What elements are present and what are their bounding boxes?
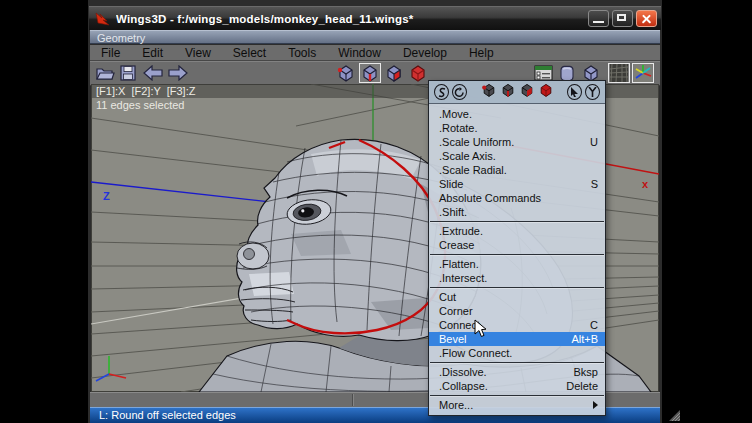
menu-separator (430, 395, 604, 396)
tweak-tool-icon[interactable] (585, 84, 600, 100)
status-bar-divider (352, 394, 353, 406)
x-axis-label: x (642, 178, 649, 190)
menu-view[interactable]: View (174, 46, 222, 60)
face-mode-icon[interactable] (519, 82, 535, 102)
z-axis-label: Z (103, 190, 110, 202)
menu-item-flow-connect[interactable]: .Flow Connect. (429, 346, 605, 360)
body-mode-icon[interactable] (538, 82, 554, 102)
menu-item-crease[interactable]: Crease (429, 238, 605, 252)
resize-grip[interactable] (645, 395, 657, 406)
info-bar-text: L: Round off selected edges (99, 409, 236, 421)
repeat-args-icon[interactable] (452, 84, 467, 100)
face-mode-icon[interactable] (383, 63, 405, 83)
menu-item-corner[interactable]: Corner (429, 304, 605, 318)
menu-item-scale-uniform[interactable]: .Scale Uniform.U (429, 135, 605, 149)
menu-item-cut[interactable]: Cut (429, 290, 605, 304)
menu-bar: File Edit View Select Tools Window Devel… (90, 45, 660, 61)
edge-context-menu: .Move. .Rotate. .Scale Uniform.U .Scale … (428, 80, 606, 416)
wings3d-logo-icon (95, 12, 111, 26)
close-button[interactable] (636, 10, 657, 27)
geometry-window-bar[interactable]: Geometry (90, 30, 660, 44)
context-menu-header (429, 81, 605, 104)
menu-develop[interactable]: Develop (392, 46, 458, 60)
menu-item-absolute-commands[interactable]: Absolute Commands (429, 191, 605, 205)
menu-separator (430, 287, 604, 288)
submenu-arrow-icon (593, 401, 598, 409)
menu-select[interactable]: Select (222, 46, 277, 60)
menu-item-flatten[interactable]: .Flatten. (429, 257, 605, 271)
minimize-button[interactable] (588, 10, 609, 27)
maximize-button[interactable] (612, 10, 633, 27)
redo-arrow-icon[interactable] (167, 63, 189, 83)
screen-background: Wings3D - f:/wings_models/monkey_head_11… (0, 0, 752, 423)
open-folder-icon[interactable] (94, 63, 116, 83)
minimize-icon (593, 21, 604, 23)
window-title: Wings3D - f:/wings_models/monkey_head_11… (116, 13, 588, 25)
menu-item-extrude[interactable]: .Extrude. (429, 224, 605, 238)
menu-separator (430, 221, 604, 222)
menu-edit[interactable]: Edit (131, 46, 174, 60)
menu-item-intersect[interactable]: .Intersect. (429, 271, 605, 285)
menu-item-dissolve[interactable]: .Dissolve.Bksp (429, 365, 605, 379)
menu-item-rotate[interactable]: .Rotate. (429, 121, 605, 135)
ground-plane-icon[interactable] (608, 63, 630, 83)
menu-item-slide[interactable]: SlideS (429, 177, 605, 191)
body-mode-icon[interactable] (407, 63, 429, 83)
wings3d-window: Wings3D - f:/wings_models/monkey_head_11… (88, 0, 662, 423)
menu-item-collapse[interactable]: .Collapse.Delete (429, 379, 605, 393)
repeat-icon[interactable] (434, 84, 449, 100)
menu-help[interactable]: Help (458, 46, 505, 60)
menu-item-more[interactable]: More... (429, 398, 605, 412)
show-axes-icon[interactable] (632, 63, 654, 83)
undo-arrow-icon[interactable] (142, 63, 164, 83)
vertex-mode-icon[interactable] (481, 82, 497, 102)
menu-item-move[interactable]: .Move. (429, 107, 605, 121)
window-controls (588, 10, 657, 27)
menu-file[interactable]: File (90, 46, 131, 60)
context-menu-items: .Move. .Rotate. .Scale Uniform.U .Scale … (429, 104, 605, 415)
select-cursor-icon[interactable] (567, 84, 582, 100)
geometry-window-label: Geometry (97, 32, 145, 44)
maximize-icon (617, 14, 626, 21)
menu-item-bevel[interactable]: BevelAlt+B (429, 332, 605, 346)
title-bar[interactable]: Wings3D - f:/wings_models/monkey_head_11… (89, 6, 661, 30)
menu-item-scale-axis[interactable]: .Scale Axis. (429, 149, 605, 163)
menu-item-connect[interactable]: ConnectC (429, 318, 605, 332)
menu-separator (430, 362, 604, 363)
save-icon[interactable] (117, 63, 139, 83)
mouse-cursor (474, 319, 487, 342)
menu-item-shift[interactable]: .Shift. (429, 205, 605, 219)
selection-count-info: 11 edges selected (91, 98, 184, 112)
menu-separator (430, 254, 604, 255)
edge-mode-icon[interactable] (359, 63, 381, 83)
menu-tools[interactable]: Tools (277, 46, 327, 60)
menu-item-scale-radial[interactable]: .Scale Radial. (429, 163, 605, 177)
edge-mode-icon[interactable] (500, 82, 516, 102)
vertex-mode-icon[interactable] (335, 63, 357, 83)
menu-window[interactable]: Window (327, 46, 392, 60)
